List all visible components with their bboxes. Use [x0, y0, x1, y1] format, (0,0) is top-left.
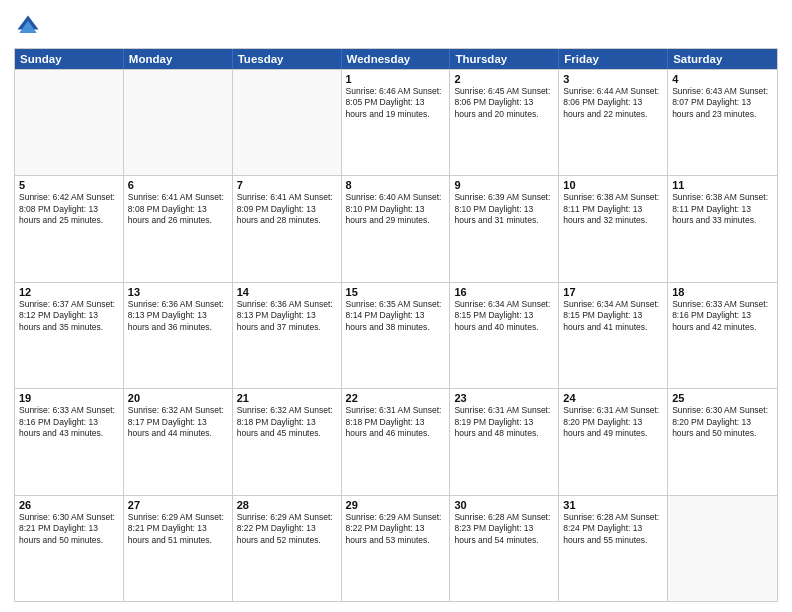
day-number: 13 [128, 286, 228, 298]
day-detail: Sunrise: 6:41 AM Sunset: 8:08 PM Dayligh… [128, 192, 228, 226]
day-detail: Sunrise: 6:37 AM Sunset: 8:12 PM Dayligh… [19, 299, 119, 333]
day-detail: Sunrise: 6:35 AM Sunset: 8:14 PM Dayligh… [346, 299, 446, 333]
header-day-monday: Monday [124, 49, 233, 69]
day-number: 16 [454, 286, 554, 298]
day-number: 3 [563, 73, 663, 85]
calendar-cell-w1-d3 [233, 70, 342, 175]
day-number: 29 [346, 499, 446, 511]
calendar-cell-w3-d3: 14Sunrise: 6:36 AM Sunset: 8:13 PM Dayli… [233, 283, 342, 388]
calendar-cell-w2-d5: 9Sunrise: 6:39 AM Sunset: 8:10 PM Daylig… [450, 176, 559, 281]
day-detail: Sunrise: 6:31 AM Sunset: 8:20 PM Dayligh… [563, 405, 663, 439]
day-detail: Sunrise: 6:34 AM Sunset: 8:15 PM Dayligh… [563, 299, 663, 333]
calendar-week-1: 1Sunrise: 6:46 AM Sunset: 8:05 PM Daylig… [15, 69, 777, 175]
calendar-week-2: 5Sunrise: 6:42 AM Sunset: 8:08 PM Daylig… [15, 175, 777, 281]
day-detail: Sunrise: 6:42 AM Sunset: 8:08 PM Dayligh… [19, 192, 119, 226]
calendar-cell-w2-d2: 6Sunrise: 6:41 AM Sunset: 8:08 PM Daylig… [124, 176, 233, 281]
calendar-cell-w3-d1: 12Sunrise: 6:37 AM Sunset: 8:12 PM Dayli… [15, 283, 124, 388]
calendar-cell-w5-d1: 26Sunrise: 6:30 AM Sunset: 8:21 PM Dayli… [15, 496, 124, 601]
day-number: 31 [563, 499, 663, 511]
calendar-cell-w2-d1: 5Sunrise: 6:42 AM Sunset: 8:08 PM Daylig… [15, 176, 124, 281]
calendar-cell-w3-d4: 15Sunrise: 6:35 AM Sunset: 8:14 PM Dayli… [342, 283, 451, 388]
day-detail: Sunrise: 6:44 AM Sunset: 8:06 PM Dayligh… [563, 86, 663, 120]
day-detail: Sunrise: 6:34 AM Sunset: 8:15 PM Dayligh… [454, 299, 554, 333]
day-detail: Sunrise: 6:29 AM Sunset: 8:22 PM Dayligh… [346, 512, 446, 546]
calendar-cell-w2-d6: 10Sunrise: 6:38 AM Sunset: 8:11 PM Dayli… [559, 176, 668, 281]
logo [14, 12, 46, 40]
calendar-cell-w4-d4: 22Sunrise: 6:31 AM Sunset: 8:18 PM Dayli… [342, 389, 451, 494]
header-day-saturday: Saturday [668, 49, 777, 69]
day-number: 1 [346, 73, 446, 85]
day-detail: Sunrise: 6:31 AM Sunset: 8:19 PM Dayligh… [454, 405, 554, 439]
day-detail: Sunrise: 6:32 AM Sunset: 8:18 PM Dayligh… [237, 405, 337, 439]
day-number: 6 [128, 179, 228, 191]
calendar-cell-w2-d4: 8Sunrise: 6:40 AM Sunset: 8:10 PM Daylig… [342, 176, 451, 281]
day-number: 12 [19, 286, 119, 298]
day-detail: Sunrise: 6:41 AM Sunset: 8:09 PM Dayligh… [237, 192, 337, 226]
header-day-sunday: Sunday [15, 49, 124, 69]
day-detail: Sunrise: 6:40 AM Sunset: 8:10 PM Dayligh… [346, 192, 446, 226]
day-detail: Sunrise: 6:28 AM Sunset: 8:24 PM Dayligh… [563, 512, 663, 546]
calendar-cell-w2-d3: 7Sunrise: 6:41 AM Sunset: 8:09 PM Daylig… [233, 176, 342, 281]
day-number: 28 [237, 499, 337, 511]
day-number: 20 [128, 392, 228, 404]
day-detail: Sunrise: 6:36 AM Sunset: 8:13 PM Dayligh… [128, 299, 228, 333]
day-number: 23 [454, 392, 554, 404]
day-detail: Sunrise: 6:28 AM Sunset: 8:23 PM Dayligh… [454, 512, 554, 546]
calendar-cell-w4-d3: 21Sunrise: 6:32 AM Sunset: 8:18 PM Dayli… [233, 389, 342, 494]
day-detail: Sunrise: 6:32 AM Sunset: 8:17 PM Dayligh… [128, 405, 228, 439]
day-detail: Sunrise: 6:29 AM Sunset: 8:22 PM Dayligh… [237, 512, 337, 546]
day-detail: Sunrise: 6:30 AM Sunset: 8:21 PM Dayligh… [19, 512, 119, 546]
day-detail: Sunrise: 6:38 AM Sunset: 8:11 PM Dayligh… [563, 192, 663, 226]
day-number: 7 [237, 179, 337, 191]
calendar-cell-w2-d7: 11Sunrise: 6:38 AM Sunset: 8:11 PM Dayli… [668, 176, 777, 281]
calendar-body: 1Sunrise: 6:46 AM Sunset: 8:05 PM Daylig… [15, 69, 777, 601]
header-day-friday: Friday [559, 49, 668, 69]
calendar-cell-w5-d3: 28Sunrise: 6:29 AM Sunset: 8:22 PM Dayli… [233, 496, 342, 601]
calendar-cell-w4-d2: 20Sunrise: 6:32 AM Sunset: 8:17 PM Dayli… [124, 389, 233, 494]
calendar-cell-w1-d6: 3Sunrise: 6:44 AM Sunset: 8:06 PM Daylig… [559, 70, 668, 175]
day-detail: Sunrise: 6:29 AM Sunset: 8:21 PM Dayligh… [128, 512, 228, 546]
day-number: 27 [128, 499, 228, 511]
day-number: 2 [454, 73, 554, 85]
day-number: 30 [454, 499, 554, 511]
calendar-week-5: 26Sunrise: 6:30 AM Sunset: 8:21 PM Dayli… [15, 495, 777, 601]
day-detail: Sunrise: 6:43 AM Sunset: 8:07 PM Dayligh… [672, 86, 773, 120]
calendar-cell-w4-d6: 24Sunrise: 6:31 AM Sunset: 8:20 PM Dayli… [559, 389, 668, 494]
day-number: 5 [19, 179, 119, 191]
day-number: 21 [237, 392, 337, 404]
day-number: 24 [563, 392, 663, 404]
calendar-cell-w3-d6: 17Sunrise: 6:34 AM Sunset: 8:15 PM Dayli… [559, 283, 668, 388]
day-number: 9 [454, 179, 554, 191]
day-detail: Sunrise: 6:45 AM Sunset: 8:06 PM Dayligh… [454, 86, 554, 120]
calendar-cell-w5-d6: 31Sunrise: 6:28 AM Sunset: 8:24 PM Dayli… [559, 496, 668, 601]
day-number: 17 [563, 286, 663, 298]
day-detail: Sunrise: 6:36 AM Sunset: 8:13 PM Dayligh… [237, 299, 337, 333]
page: SundayMondayTuesdayWednesdayThursdayFrid… [0, 0, 792, 612]
header-day-wednesday: Wednesday [342, 49, 451, 69]
calendar-cell-w4-d1: 19Sunrise: 6:33 AM Sunset: 8:16 PM Dayli… [15, 389, 124, 494]
header-day-tuesday: Tuesday [233, 49, 342, 69]
calendar-cell-w5-d2: 27Sunrise: 6:29 AM Sunset: 8:21 PM Dayli… [124, 496, 233, 601]
day-number: 26 [19, 499, 119, 511]
day-number: 4 [672, 73, 773, 85]
day-detail: Sunrise: 6:31 AM Sunset: 8:18 PM Dayligh… [346, 405, 446, 439]
calendar-cell-w3-d7: 18Sunrise: 6:33 AM Sunset: 8:16 PM Dayli… [668, 283, 777, 388]
day-number: 10 [563, 179, 663, 191]
calendar-cell-w1-d1 [15, 70, 124, 175]
day-detail: Sunrise: 6:33 AM Sunset: 8:16 PM Dayligh… [672, 299, 773, 333]
calendar-cell-w5-d5: 30Sunrise: 6:28 AM Sunset: 8:23 PM Dayli… [450, 496, 559, 601]
header-day-thursday: Thursday [450, 49, 559, 69]
day-number: 11 [672, 179, 773, 191]
day-detail: Sunrise: 6:33 AM Sunset: 8:16 PM Dayligh… [19, 405, 119, 439]
day-number: 14 [237, 286, 337, 298]
day-number: 22 [346, 392, 446, 404]
day-detail: Sunrise: 6:30 AM Sunset: 8:20 PM Dayligh… [672, 405, 773, 439]
calendar-cell-w4-d7: 25Sunrise: 6:30 AM Sunset: 8:20 PM Dayli… [668, 389, 777, 494]
day-detail: Sunrise: 6:46 AM Sunset: 8:05 PM Dayligh… [346, 86, 446, 120]
calendar-cell-w4-d5: 23Sunrise: 6:31 AM Sunset: 8:19 PM Dayli… [450, 389, 559, 494]
calendar-week-3: 12Sunrise: 6:37 AM Sunset: 8:12 PM Dayli… [15, 282, 777, 388]
calendar-cell-w3-d2: 13Sunrise: 6:36 AM Sunset: 8:13 PM Dayli… [124, 283, 233, 388]
calendar-cell-w1-d2 [124, 70, 233, 175]
calendar-cell-w1-d7: 4Sunrise: 6:43 AM Sunset: 8:07 PM Daylig… [668, 70, 777, 175]
calendar-cell-w1-d4: 1Sunrise: 6:46 AM Sunset: 8:05 PM Daylig… [342, 70, 451, 175]
